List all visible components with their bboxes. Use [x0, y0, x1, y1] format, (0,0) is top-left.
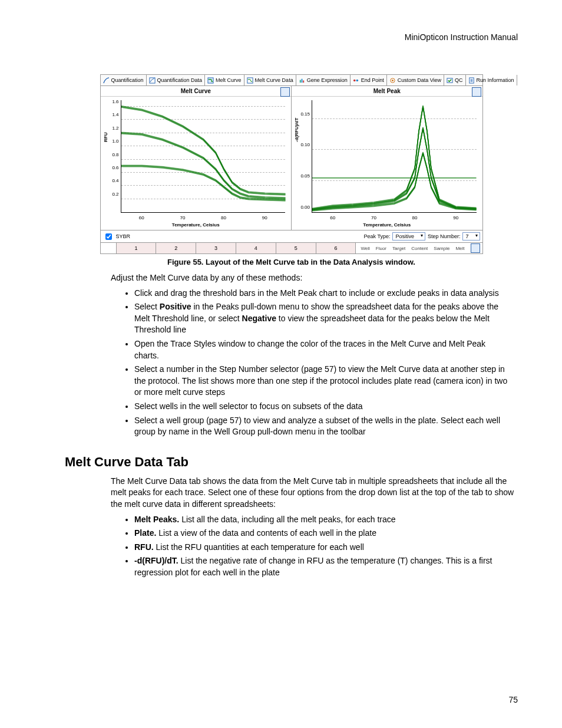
list-item: Melt Peaks. List all the data, including…: [134, 514, 518, 526]
list-item: -d(RFU)/dT. List the negative rate of ch…: [134, 555, 518, 578]
list-item: Select a number in the Step Number selec…: [134, 364, 518, 398]
legend-row: SYBR Peak Type: Positive Step Number: 7: [101, 230, 482, 242]
charts-row: Melt Curve RFU 0.2 0.4 0.6 0.8 1.0 1.2 1…: [101, 86, 482, 230]
melt-curve-data-icon: [247, 77, 253, 84]
zoom-button[interactable]: [471, 243, 480, 253]
svg-rect-1: [208, 77, 213, 83]
step-number-label: Step Number:: [428, 233, 461, 239]
options-list: Melt Peaks. List all the data, including…: [134, 514, 518, 579]
tab-label: Gene Expression: [307, 77, 348, 83]
svg-rect-4: [301, 78, 302, 82]
sheet-tab[interactable]: Content: [409, 246, 430, 251]
svg-rect-3: [299, 80, 300, 83]
chart-pane-melt-curve: Melt Curve RFU 0.2 0.4 0.6 0.8 1.0 1.2 1…: [101, 86, 292, 230]
tab-label: Run Information: [477, 77, 514, 83]
well-col[interactable]: 3: [196, 243, 236, 253]
custom-data-view-icon: [389, 77, 396, 84]
tab-label: Custom Data View: [398, 77, 441, 83]
well-col[interactable]: 2: [156, 243, 196, 253]
chart-pane-melt-peak: Melt Peak -d(RFU)/dT 0.00 0.05 0.10 0.15…: [292, 86, 482, 230]
list-item: RFU. List the RFU quantities at each tem…: [134, 542, 518, 554]
plot-melt-peak[interactable]: 0.00 0.05 0.10 0.15 60 70 80 90: [312, 100, 477, 213]
well-col[interactable]: 5: [276, 243, 316, 253]
ylabel: -d(RFU)/dT: [294, 118, 299, 142]
sybr-checkbox[interactable]: [105, 233, 112, 240]
sheet-tab[interactable]: Target: [390, 246, 408, 251]
gene-expression-icon: [299, 77, 305, 84]
zoom-button[interactable]: [472, 87, 481, 97]
intro-text: Adjust the Melt Curve data by any of the…: [111, 272, 518, 284]
svg-rect-2: [247, 77, 253, 83]
tab-quantification-data[interactable]: Quantification Data: [147, 75, 206, 85]
peak-type-label: Peak Type:: [364, 233, 391, 239]
well-col[interactable]: 6: [316, 243, 356, 253]
section-heading: Melt Curve Data Tab: [65, 454, 518, 470]
tab-melt-curve-data[interactable]: Melt Curve Data: [244, 75, 296, 85]
peak-type-select[interactable]: Positive: [392, 232, 425, 241]
section-intro: The Melt Curve Data tab shows the data f…: [111, 476, 518, 510]
tab-label: Quantification Data: [157, 77, 203, 83]
well-col[interactable]: 4: [236, 243, 276, 253]
list-item: Select a well group (page 57) to view an…: [134, 415, 518, 438]
chart-title: Melt Curve: [101, 86, 292, 97]
svg-point-9: [392, 80, 394, 81]
end-point-icon: [353, 77, 359, 84]
tab-label: End Point: [361, 77, 384, 83]
spreadsheet-tabs: Well Fluor Target Content Sample Melt: [356, 243, 482, 253]
melt-curve-icon: [207, 77, 214, 84]
list-item: Click and drag the threshold bars in the…: [134, 288, 518, 299]
sheet-tab[interactable]: Well: [358, 246, 372, 251]
page-number: 75: [508, 695, 518, 704]
sheet-tab[interactable]: Sample: [431, 246, 452, 251]
tab-quantification[interactable]: Quantification: [101, 75, 147, 85]
header-text: MiniOpticon Instruction Manual: [65, 32, 518, 42]
tab-label: QC: [455, 77, 463, 83]
tab-gene-expression[interactable]: Gene Expression: [296, 75, 351, 85]
sybr-label: SYBR: [116, 233, 131, 239]
tab-run-information[interactable]: Run Information: [466, 75, 517, 85]
svg-rect-5: [303, 80, 304, 83]
figure-caption: Figure 55. Layout of the Melt Curve tab …: [65, 258, 518, 266]
tab-end-point[interactable]: End Point: [351, 75, 387, 85]
figure-melt-curve-tab: Quantification Quantification Data Melt …: [100, 74, 483, 254]
list-item: Open the Trace Styles window to change t…: [134, 338, 518, 361]
sheet-tab[interactable]: Melt: [453, 246, 467, 251]
qc-icon: [447, 77, 453, 84]
tab-qc[interactable]: QC: [444, 75, 466, 85]
svg-point-6: [353, 79, 356, 81]
chart-title: Melt Peak: [292, 86, 482, 97]
plot-melt-curve[interactable]: 0.2 0.4 0.6 0.8 1.0 1.2 1.4 1.6 60 70 80…: [121, 100, 286, 213]
well-selector-strip: 1 2 3 4 5 6 Well Fluor Target Content Sa…: [101, 242, 482, 253]
zoom-button[interactable]: [280, 87, 290, 97]
tabstrip: Quantification Quantification Data Melt …: [101, 75, 482, 86]
methods-list: Click and drag the threshold bars in the…: [134, 288, 518, 438]
run-information-icon: [468, 77, 475, 84]
tab-label: Quantification: [111, 77, 144, 83]
list-item: Plate. List a view of the data and conte…: [134, 528, 518, 539]
well-col[interactable]: 1: [117, 243, 157, 253]
tab-label: Melt Curve Data: [255, 77, 293, 83]
sheet-tab[interactable]: Fluor: [373, 246, 389, 251]
svg-point-7: [356, 79, 358, 81]
well-corner[interactable]: [101, 243, 117, 253]
quantification-icon: [103, 77, 110, 84]
quantification-data-icon: [149, 77, 156, 84]
tab-label: Melt Curve: [216, 77, 242, 83]
tab-custom-data-view[interactable]: Custom Data View: [387, 75, 444, 85]
list-item: Select Positive in the Peaks pull-down m…: [134, 301, 518, 336]
step-number-select[interactable]: 7: [462, 232, 480, 241]
list-item: Select wells in the well selector to foc…: [134, 401, 518, 413]
tab-melt-curve[interactable]: Melt Curve: [205, 75, 244, 85]
